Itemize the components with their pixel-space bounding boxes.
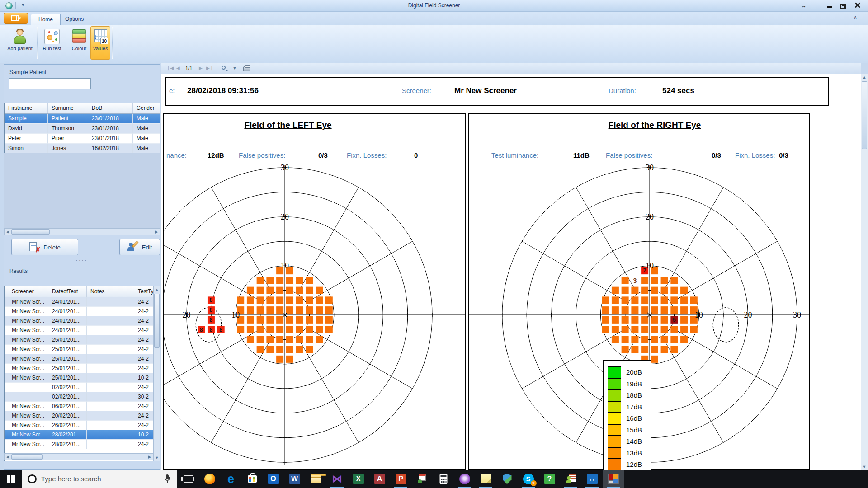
svg-text:20: 20 [744,310,752,319]
word-taskbar-button[interactable]: W [284,470,305,488]
patient-sidebar: Sample Patient FirstnameSurname DoBGende… [4,64,160,470]
result-row[interactable]: Mr New Scr...25/01/201...24-2 [5,354,160,364]
add-patient-button[interactable]: Add patient [5,26,34,60]
report-header-box: e: 28/02/2018 09:31:56 Screener: Mr New … [165,77,829,106]
ribbon-tab-row: ▾ Home Options [0,12,868,25]
teamviewer-taskbar-button[interactable]: ↔ [581,470,603,488]
patient-hscrollbar[interactable]: ◀ ▶ [4,228,160,235]
minimize-button[interactable] [825,2,834,8]
result-row[interactable]: Mr New Scr...24/01/201...24-2 [5,326,160,335]
result-row[interactable]: 02/02/201...30-2 [5,392,160,402]
search-placeholder: Type here to search [41,475,101,483]
zoom-icon[interactable] [222,66,226,70]
svg-text:8: 8 [219,327,222,333]
results-table-body: Mr New Scr...24/01/201...24-2Mr New Scr.… [5,297,160,449]
outlook-taskbar-button[interactable]: O [263,470,284,488]
calculator-taskbar-button[interactable] [433,470,454,488]
purple-orb-app-taskbar-button[interactable] [454,470,475,488]
sticky-notes-taskbar-button[interactable] [475,470,496,488]
maximize-button[interactable] [838,2,847,9]
date-label: e: [169,87,175,94]
zoom-dropdown-icon[interactable]: ▼ [232,66,237,70]
digital-field-screener-taskbar-button[interactable] [603,470,624,488]
ribbon: Add patient Run test Colour ↓10 Values [0,25,868,63]
patient-row[interactable]: SimonJones16/02/2018Male [5,144,160,154]
result-row[interactable]: Mr New Scr...20/02/201...24-2 [5,411,160,421]
powerpoint-taskbar-button[interactable]: P [390,470,411,488]
patient-table-header[interactable]: FirstnameSurname DoBGender [5,103,160,114]
tab-options[interactable]: Options [58,14,91,25]
windows-defender-taskbar-button[interactable] [496,470,518,488]
result-row[interactable]: Mr New Scr...25/01/201...24-2 [5,345,160,354]
app-menu-button[interactable]: ▾ [4,13,28,24]
result-row[interactable]: Mr New Scr...28/02/201...10-2 [5,430,160,440]
svg-text:30: 30 [793,310,801,319]
purple-orb-app-icon [459,474,470,484]
prev-page-button[interactable]: ◀ [176,66,180,70]
result-row[interactable]: Mr New Scr...28/02/201...24-2 [5,440,160,449]
tab-home[interactable]: Home [31,14,61,25]
svg-text:20: 20 [183,310,191,319]
report-toolbar: ❘◀ ◀ 1/1 ▶ ▶❘ ▼ [161,63,861,74]
visual-studio-taskbar-button[interactable]: ⋈ [326,470,348,488]
misc-app-taskbar-button[interactable] [411,470,433,488]
word-icon: W [289,474,300,484]
results-vscrollbar[interactable]: ▲ ▼ [153,286,160,461]
first-page-button[interactable]: ❘◀ [166,66,174,70]
legend-swatch [608,436,621,447]
access-taskbar-button[interactable]: A [369,470,390,488]
resize-icon[interactable]: ↔ [799,2,808,9]
calculator-icon [439,474,447,484]
print-icon[interactable] [243,66,250,71]
legend-swatch [608,366,621,378]
taskbar-search[interactable]: Type here to search [22,470,177,488]
report-canvas: e: 28/02/2018 09:31:56 Screener: Mr New … [161,74,861,470]
duration-value: 524 secs [662,86,694,95]
help-app-taskbar-button[interactable]: ? [539,470,560,488]
legend-swatch [608,459,621,470]
legend-entry: 20dB [604,366,651,378]
file-explorer-taskbar-button[interactable] [305,470,326,488]
excel-taskbar-button[interactable]: X [348,470,369,488]
panel-splitter[interactable]: ···· [75,256,88,263]
task-view-taskbar-button[interactable] [178,470,199,488]
patient-row[interactable]: SamplePatient23/01/2018Male [5,114,160,124]
microphone-icon[interactable] [164,474,170,483]
ribbon-collapse-icon[interactable]: ∧ [854,14,857,20]
result-row[interactable]: Mr New Scr...25/01/201...10-2 [5,373,160,383]
colour-button[interactable]: Colour [69,26,90,60]
result-row[interactable]: 02/02/201...24-2 [5,383,160,392]
delete-button[interactable]: ✗ Delete [11,239,78,255]
patient-row[interactable]: PeterPiper23/01/2018Male [5,134,160,144]
person-grid-app-taskbar-button[interactable] [560,470,581,488]
next-page-button[interactable]: ▶ [199,66,203,70]
patient-search-input[interactable] [9,78,91,89]
firefox-taskbar-button[interactable] [199,470,220,488]
patient-row[interactable]: DavidThomson23/01/2018Male [5,124,160,134]
close-button[interactable] [853,1,862,10]
result-row[interactable]: Mr New Scr...26/02/201...24-2 [5,421,160,430]
svg-text:30: 30 [646,163,654,172]
result-row[interactable]: Mr New Scr...06/02/201...24-2 [5,402,160,411]
edge-taskbar-button[interactable]: e [220,470,241,488]
result-row[interactable]: Mr New Scr...24/01/201...24-2 [5,307,160,316]
result-row[interactable]: Mr New Scr...24/01/201...24-2 [5,297,160,307]
window-title: Digital Field Screener [0,2,868,9]
run-test-button[interactable]: Run test [40,26,64,60]
svg-text:3: 3 [633,277,637,284]
result-row[interactable]: Mr New Scr...24/01/201...24-2 [5,316,160,326]
skype-icon: S9 [523,474,534,484]
legend-entry: 12dB [604,459,651,470]
results-hscrollbar[interactable]: ◀ ▶ [4,453,153,460]
last-page-button[interactable]: ▶❘ [206,66,213,70]
result-row[interactable]: Mr New Scr...25/01/201...24-2 [5,335,160,345]
start-button[interactable] [0,470,22,488]
values-button[interactable]: ↓10 Values [90,26,110,60]
result-row[interactable]: Mr New Scr...25/01/201...24-2 [5,364,160,373]
store-taskbar-button[interactable] [241,470,263,488]
edit-button[interactable]: Edit [119,239,160,255]
report-vscrollbar[interactable]: ▲ ▼ [861,74,868,470]
results-table-header[interactable]: ScreenerDateofTest NotesTestTy [5,286,160,297]
skype-taskbar-button[interactable]: S9 [518,470,539,488]
legend-swatch [608,378,621,390]
